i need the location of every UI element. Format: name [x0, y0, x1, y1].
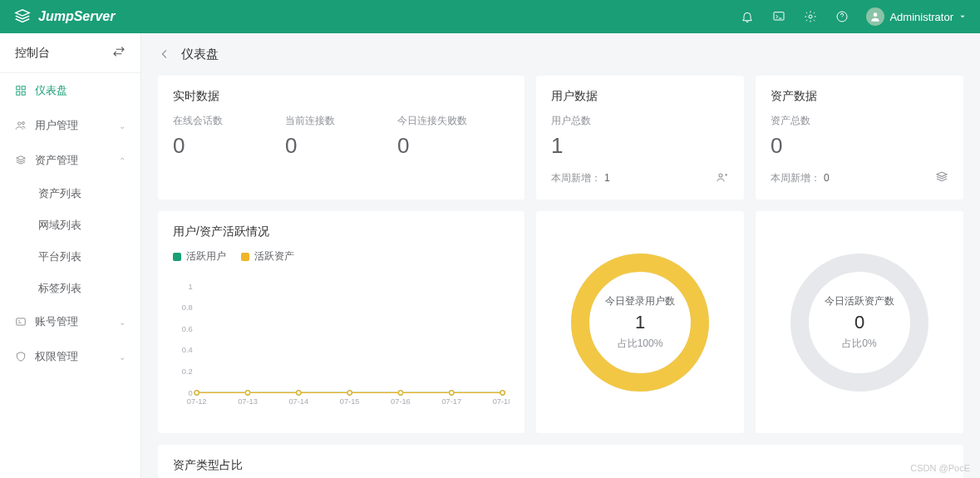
metric-value: 0 [285, 133, 397, 159]
page-title: 仪表盘 [181, 47, 219, 62]
svg-text:07-14: 07-14 [288, 397, 308, 406]
svg-text:0.2: 0.2 [182, 367, 193, 376]
metric-label: 当前连接数 [285, 114, 397, 128]
avatar-icon [866, 7, 884, 26]
svg-point-40 [195, 391, 199, 395]
svg-rect-6 [17, 91, 20, 95]
terminal-icon[interactable] [771, 9, 786, 24]
sidebar-item-dashboard[interactable]: 仪表盘 [0, 73, 140, 108]
chevron-down-icon: ⌄ [119, 352, 126, 362]
foot-value: 0 [824, 172, 830, 184]
realtime-cell-sessions: 在线会话数 0 [173, 114, 285, 159]
ring-value: 0 [854, 312, 864, 333]
svg-rect-4 [17, 86, 20, 90]
svg-point-44 [398, 391, 402, 395]
chevron-up-icon: ⌃ [119, 156, 126, 165]
ring-value: 1 [635, 312, 645, 333]
main-content: 仪表盘 实时数据 在线会话数 0 当前连接数 0 今日连接失败数 [141, 33, 980, 478]
svg-text:07-18: 07-18 [493, 397, 510, 406]
sidebar-sub-domain-list[interactable]: 网域列表 [0, 209, 140, 241]
legend-label: 活跃用户 [186, 249, 226, 264]
svg-text:0.6: 0.6 [182, 325, 193, 333]
chevron-down-icon: ⌄ [119, 121, 126, 131]
sidebar: 控制台 仪表盘 用户管理 ⌄ 资产管理 ⌃ 资产列表 网域列表 [0, 33, 141, 478]
card-title: 实时数据 [173, 89, 510, 104]
user-data-card: 用户数据 用户总数 1 本周新增：1 [536, 76, 744, 200]
swap-icon[interactable] [112, 45, 126, 61]
topbar: JumpServer Administrator [0, 0, 980, 33]
legend-item-users[interactable]: 活跃用户 [173, 249, 226, 264]
metric-value: 0 [397, 133, 510, 159]
assets-icon [15, 155, 27, 166]
help-icon[interactable] [835, 9, 849, 24]
svg-text:0: 0 [188, 389, 192, 397]
card-title: 资产类型占比 [173, 458, 948, 473]
bell-icon[interactable] [740, 9, 755, 24]
page-header: 仪表盘 [158, 47, 963, 62]
svg-point-1 [809, 15, 812, 18]
sidebar-item-accounts[interactable]: 账号管理 ⌄ [0, 304, 140, 339]
user-menu[interactable]: Administrator [866, 7, 967, 26]
realtime-cell-connections: 当前连接数 0 [285, 114, 397, 159]
svg-point-9 [22, 122, 24, 125]
svg-point-46 [500, 391, 505, 395]
logo[interactable]: JumpServer [13, 7, 116, 26]
svg-point-43 [347, 391, 352, 395]
chevron-down-icon: ⌄ [119, 318, 126, 327]
svg-rect-0 [774, 12, 784, 20]
asset-type-card: 资产类型占比 暂无数据 [158, 445, 963, 478]
svg-point-11 [719, 174, 722, 177]
metric-value: 1 [551, 133, 729, 159]
svg-rect-10 [17, 318, 26, 325]
chevron-down-icon [958, 12, 967, 21]
ring-label: 今日活跃资产数 [825, 294, 894, 308]
card-title: 用户/资产活跃情况 [173, 224, 510, 239]
metric-label: 用户总数 [551, 114, 729, 128]
back-icon[interactable] [158, 47, 173, 62]
realtime-card: 实时数据 在线会话数 0 当前连接数 0 今日连接失败数 0 [158, 76, 524, 200]
sidebar-sub-asset-list[interactable]: 资产列表 [0, 178, 140, 209]
logo-icon [13, 7, 32, 26]
ring-percent: 占比0% [842, 337, 876, 351]
card-title: 用户数据 [551, 89, 729, 104]
sidebar-title: 控制台 [15, 46, 50, 61]
legend-item-assets[interactable]: 活跃资产 [241, 249, 294, 264]
sidebar-sub-platform-list[interactable]: 平台列表 [0, 241, 140, 273]
sidebar-item-label: 账号管理 [35, 314, 78, 329]
gear-icon[interactable] [803, 9, 818, 24]
svg-point-3 [874, 12, 878, 17]
asset-data-card: 资产数据 资产总数 0 本周新增：0 [756, 76, 963, 200]
svg-point-45 [450, 391, 454, 395]
sidebar-item-label: 资产管理 [35, 153, 78, 168]
svg-text:0.4: 0.4 [182, 346, 193, 354]
active-assets-ring-card: 今日活跃资产数 0 占比0% [756, 211, 963, 433]
sidebar-header: 控制台 [0, 33, 140, 73]
watermark: CSDN @PocE [910, 463, 970, 473]
svg-point-42 [297, 391, 301, 395]
layers-icon [935, 170, 948, 186]
sidebar-item-permissions[interactable]: 权限管理 ⌄ [0, 339, 140, 374]
users-icon [15, 120, 27, 131]
sidebar-item-label: 仪表盘 [35, 83, 67, 98]
ring-percent: 占比100% [618, 337, 663, 351]
metric-label: 在线会话数 [173, 114, 285, 128]
svg-text:07-13: 07-13 [238, 397, 258, 406]
sidebar-item-users[interactable]: 用户管理 ⌄ [0, 108, 140, 143]
sidebar-item-assets[interactable]: 资产管理 ⌃ [0, 143, 140, 178]
svg-text:1: 1 [188, 283, 192, 291]
svg-point-41 [245, 391, 249, 395]
legend-label: 活跃资产 [254, 249, 294, 264]
svg-text:07-15: 07-15 [340, 397, 360, 406]
login-users-ring-card: 今日登录用户数 1 占比100% [536, 211, 744, 433]
account-icon [15, 316, 27, 328]
sidebar-sub-tag-list[interactable]: 标签列表 [0, 273, 140, 304]
svg-text:07-16: 07-16 [391, 397, 411, 406]
svg-text:07-17: 07-17 [441, 397, 461, 406]
topbar-right: Administrator [740, 7, 967, 26]
metric-label: 资产总数 [771, 114, 948, 128]
sidebar-item-label: 用户管理 [35, 118, 78, 133]
metric-value: 0 [173, 133, 285, 159]
svg-rect-7 [22, 91, 25, 95]
card-title: 资产数据 [771, 89, 948, 104]
legend-swatch [241, 253, 249, 261]
